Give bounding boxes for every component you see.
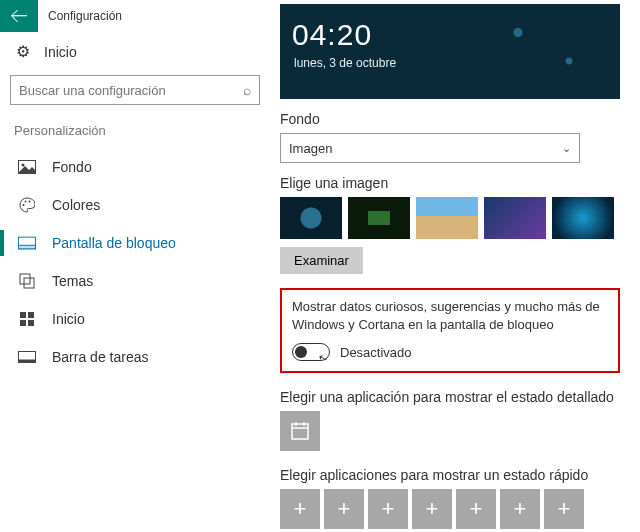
svg-point-3	[25, 201, 27, 203]
thumbnail[interactable]	[416, 197, 478, 239]
lockscreen-icon	[18, 236, 36, 250]
arrow-left-icon: 🡠	[10, 6, 28, 27]
plus-icon: +	[514, 496, 527, 522]
gear-icon: ⚙	[16, 42, 30, 61]
toggle-knob	[295, 346, 307, 358]
background-dropdown[interactable]: Imagen ⌄	[280, 133, 580, 163]
svg-rect-9	[20, 312, 26, 318]
lockscreen-preview: 04:20 lunes, 3 de octubre	[280, 4, 620, 99]
svg-rect-11	[20, 320, 26, 326]
quick-app-slot[interactable]: +	[368, 489, 408, 529]
themes-icon	[18, 273, 36, 289]
cursor-icon: ↖	[317, 351, 330, 366]
nav-item-start[interactable]: Inicio	[0, 300, 270, 338]
nav-item-taskbar[interactable]: Barra de tareas	[0, 338, 270, 376]
tips-toggle-row: ↖ Desactivado	[292, 343, 608, 361]
plus-icon: +	[470, 496, 483, 522]
detailed-status-label: Elegir una aplicación para mostrar el es…	[280, 389, 634, 405]
settings-app: 🡠 Configuración ⚙ Inicio ⌕ Personalizaci…	[0, 0, 640, 532]
toggle-state-label: Desactivado	[340, 345, 412, 360]
plus-icon: +	[558, 496, 571, 522]
dropdown-value: Imagen	[289, 141, 332, 156]
nav-item-lockscreen[interactable]: Pantalla de bloqueo	[0, 224, 270, 262]
svg-rect-15	[292, 424, 308, 439]
choose-image-label: Elige una imagen	[280, 175, 634, 191]
plus-icon: +	[426, 496, 439, 522]
tips-toggle[interactable]: ↖	[292, 343, 330, 361]
home-label: Inicio	[44, 44, 77, 60]
picture-icon	[18, 160, 36, 174]
search-input[interactable]	[19, 83, 243, 98]
browse-button[interactable]: Examinar	[280, 247, 363, 274]
calendar-icon	[290, 421, 310, 441]
svg-point-2	[23, 204, 25, 206]
detailed-status-row	[280, 411, 634, 451]
plus-icon: +	[382, 496, 395, 522]
quick-status-row: + + + + + + +	[280, 489, 634, 529]
svg-rect-14	[19, 360, 36, 363]
chevron-down-icon: ⌄	[562, 142, 571, 155]
quick-app-slot[interactable]: +	[412, 489, 452, 529]
home-link[interactable]: ⚙ Inicio	[0, 32, 270, 71]
back-button[interactable]: 🡠	[0, 0, 38, 32]
thumbnail[interactable]	[552, 197, 614, 239]
svg-rect-6	[18, 245, 35, 249]
app-title: Configuración	[38, 9, 122, 23]
preview-time: 04:20	[292, 18, 372, 52]
quick-app-slot[interactable]: +	[500, 489, 540, 529]
quick-app-slot[interactable]: +	[280, 489, 320, 529]
search-icon: ⌕	[243, 82, 251, 98]
svg-point-1	[22, 164, 25, 167]
nav-item-themes[interactable]: Temas	[0, 262, 270, 300]
nav-label: Pantalla de bloqueo	[52, 235, 176, 251]
search-box[interactable]: ⌕	[10, 75, 260, 105]
section-label: Personalización	[0, 117, 270, 148]
nav-item-colors[interactable]: Colores	[0, 186, 270, 224]
titlebar: 🡠 Configuración	[0, 0, 270, 32]
quick-status-label: Elegir aplicaciones para mostrar un esta…	[280, 467, 634, 483]
thumbnail[interactable]	[348, 197, 410, 239]
tips-description: Mostrar datos curiosos, sugerencias y mu…	[292, 298, 608, 333]
preview-date: lunes, 3 de octubre	[294, 56, 396, 70]
svg-rect-7	[20, 274, 30, 284]
taskbar-icon	[18, 351, 36, 363]
svg-rect-12	[28, 320, 34, 326]
svg-point-4	[29, 201, 31, 203]
image-thumbnails	[280, 197, 634, 239]
tips-toggle-section: Mostrar datos curiosos, sugerencias y mu…	[280, 288, 620, 373]
plus-icon: +	[294, 496, 307, 522]
palette-icon	[18, 197, 36, 213]
quick-app-slot[interactable]: +	[324, 489, 364, 529]
thumbnail[interactable]	[484, 197, 546, 239]
quick-app-slot[interactable]: +	[544, 489, 584, 529]
thumbnail[interactable]	[280, 197, 342, 239]
main-panel: 04:20 lunes, 3 de octubre Fondo Imagen ⌄…	[270, 0, 640, 532]
nav-label: Temas	[52, 273, 93, 289]
nav-list: Fondo Colores Pantalla de bloqueo Temas	[0, 148, 270, 376]
nav-label: Colores	[52, 197, 100, 213]
nav-label: Fondo	[52, 159, 92, 175]
quick-app-slot[interactable]: +	[456, 489, 496, 529]
nav-label: Barra de tareas	[52, 349, 149, 365]
svg-rect-10	[28, 312, 34, 318]
svg-rect-8	[24, 278, 34, 288]
sidebar: 🡠 Configuración ⚙ Inicio ⌕ Personalizaci…	[0, 0, 270, 532]
nav-item-background[interactable]: Fondo	[0, 148, 270, 186]
background-label: Fondo	[280, 111, 634, 127]
detailed-app-slot[interactable]	[280, 411, 320, 451]
nav-label: Inicio	[52, 311, 85, 327]
start-icon	[18, 312, 36, 326]
plus-icon: +	[338, 496, 351, 522]
